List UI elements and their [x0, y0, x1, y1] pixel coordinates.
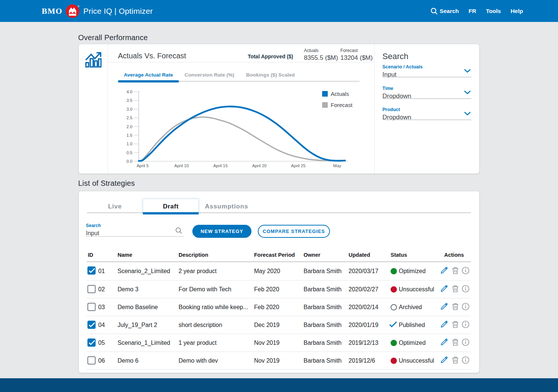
delete-icon[interactable]	[452, 356, 459, 365]
edit-icon[interactable]	[440, 266, 448, 276]
nav-item-label: Help	[510, 8, 523, 14]
filter-value: Dropdown	[382, 93, 471, 100]
strategies-tab-active-bar	[143, 212, 199, 214]
row-checkbox-checked[interactable]	[87, 338, 96, 347]
nav-item-tools[interactable]: Tools	[486, 8, 501, 14]
chevron-down-icon[interactable]	[464, 110, 471, 117]
bmo-wordmark: BMO	[42, 6, 62, 16]
filter-dropdown-3[interactable]: ProductDropdown	[382, 107, 471, 120]
delete-icon[interactable]	[452, 266, 459, 276]
search-icon	[430, 7, 438, 15]
compare-strategies-button[interactable]: COMPARE STRATEGIES	[258, 225, 330, 238]
table-row-02: 02Demo 3For Demo with TechFeb 2020Barbar…	[87, 281, 471, 298]
info-icon[interactable]	[462, 285, 469, 294]
cell-period: Nov 2019	[254, 357, 280, 364]
search-icon[interactable]	[175, 227, 182, 236]
chart-panel: Actuals Vs. Forecast Total Approved ($) …	[108, 44, 374, 174]
column-header-description: Description	[179, 252, 208, 258]
svg-text:2.0: 2.0	[126, 124, 132, 129]
cell-period: Dec 2019	[254, 322, 280, 328]
chart-icon-column	[79, 44, 108, 174]
strategies-tab-live[interactable]: Live	[87, 203, 143, 210]
cell-updated: 2020/02/27	[349, 286, 378, 293]
info-icon[interactable]	[462, 302, 469, 312]
registered-trademark: ®	[77, 5, 80, 8]
svg-text:2.5: 2.5	[126, 116, 132, 120]
bmo-logo[interactable]: BMO	[42, 0, 79, 22]
edit-icon[interactable]	[440, 285, 448, 294]
nav-item-label: Search	[440, 8, 459, 14]
status-unsuccessful-dot	[391, 357, 397, 364]
svg-text:1.0: 1.0	[126, 142, 132, 146]
page: BMO ® Price IQ | Optimizer SearchFRTools…	[0, 0, 558, 392]
cell-status-label: Published	[399, 322, 425, 328]
performance-card: Actuals Vs. Forecast Total Approved ($) …	[79, 44, 479, 174]
svg-text:Actuals: Actuals	[331, 91, 349, 97]
chart-tab-3[interactable]: Bookings ($) Scaled	[240, 69, 301, 82]
filter-dropdown-2[interactable]: TimeDropdown	[382, 86, 471, 99]
info-icon[interactable]	[462, 266, 469, 276]
chevron-down-icon[interactable]	[464, 89, 471, 96]
strategy-search-field[interactable]: Search Input	[86, 223, 184, 237]
delete-icon[interactable]	[452, 285, 459, 294]
chart-tab-label: Average Actual Rate	[124, 72, 173, 78]
column-header-id: ID	[88, 252, 93, 258]
cell-owner: Barbara Smith	[304, 357, 341, 364]
info-icon[interactable]	[462, 356, 469, 365]
row-checkbox-checked[interactable]	[87, 321, 96, 329]
nav-item-help[interactable]: Help	[510, 8, 523, 14]
filter-underline	[382, 77, 471, 77]
cell-period: Feb 2020	[254, 304, 279, 311]
cell-owner: Barbara Smith	[304, 304, 341, 311]
series-line-actuals	[139, 107, 345, 161]
actuals-vs-forecast-chart: 0.00.51.01.52.02.53.03.54.0April 5April …	[108, 84, 374, 173]
chart-tab-1[interactable]: Average Actual Rate	[118, 69, 179, 82]
svg-text:4.0: 4.0	[126, 90, 132, 94]
svg-text:3.5: 3.5	[126, 98, 132, 103]
row-checkbox-checked[interactable]	[87, 266, 96, 275]
row-checkbox-unchecked[interactable]	[87, 356, 96, 365]
strategy-search-underline	[86, 236, 184, 237]
row-checkbox-unchecked[interactable]	[87, 303, 96, 311]
overall-performance-title: Overall Performance	[78, 33, 148, 42]
actuals-stat-value: 8355.5 ($M)	[304, 54, 338, 62]
status-optimized-dot	[391, 340, 397, 346]
edit-icon[interactable]	[440, 320, 448, 330]
info-icon[interactable]	[462, 320, 469, 330]
chart-tab-2[interactable]: Conversion Rate (%)	[179, 69, 240, 82]
edit-icon[interactable]	[440, 302, 448, 312]
strategies-tabs: LiveDraftAssumptions	[87, 191, 471, 214]
cell-updated: 2020/01/19	[349, 322, 378, 328]
edit-icon[interactable]	[440, 356, 448, 365]
filter-label: Product	[382, 107, 471, 112]
new-strategy-button[interactable]: NEW STRATEGY	[192, 225, 251, 238]
cell-id: 02	[98, 286, 105, 293]
nav-item-fr[interactable]: FR	[469, 8, 477, 14]
table-header: IDNameDescriptionForecast PeriodOwnerUpd…	[87, 249, 471, 262]
delete-icon[interactable]	[452, 320, 459, 330]
chart-tab-active-bar	[118, 80, 179, 82]
cell-period: Nov 2019	[254, 340, 280, 346]
filter-dropdown-1[interactable]: Scenario / ActualsInput	[382, 65, 471, 77]
chart-title: Actuals Vs. Forecast	[118, 52, 186, 60]
info-icon[interactable]	[462, 338, 469, 347]
cell-owner: Barbara Smith	[304, 286, 341, 293]
legend-item-forecast: Forecast	[322, 102, 353, 108]
delete-icon[interactable]	[452, 338, 459, 347]
edit-icon[interactable]	[440, 338, 448, 347]
row-checkbox-unchecked[interactable]	[87, 285, 96, 293]
list-of-strategies-title: List of Strategies	[78, 179, 135, 188]
strategies-tab-draft[interactable]: Draft	[143, 199, 199, 214]
legend-item-actuals: Actuals	[322, 91, 349, 97]
strategy-search-input[interactable]: Input	[86, 230, 184, 237]
filter-value: Dropdown	[382, 114, 471, 121]
delete-icon[interactable]	[452, 302, 459, 312]
strategies-tab-assumptions[interactable]: Assumptions	[199, 203, 254, 210]
nav-item-search[interactable]: Search	[430, 7, 459, 15]
cell-description: 1 year product	[179, 340, 217, 346]
chevron-down-icon[interactable]	[464, 68, 471, 74]
cell-description: 2 year product	[179, 268, 217, 275]
status-archived-dot	[391, 304, 397, 310]
cell-id: 01	[98, 268, 105, 275]
cell-id: 06	[98, 357, 105, 364]
